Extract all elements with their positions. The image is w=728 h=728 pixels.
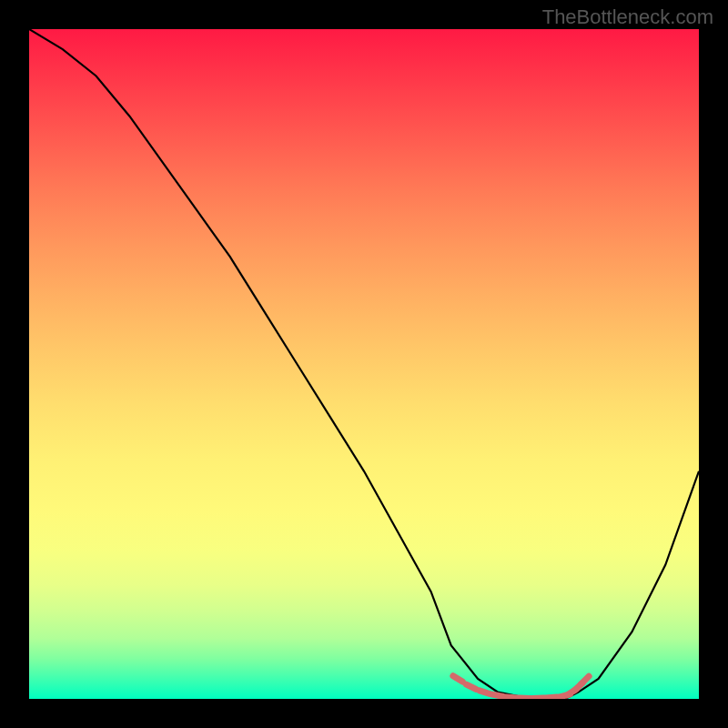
bottleneck-curve-path [29,29,699,699]
sweet-spot-tick [492,694,503,696]
sweet-spot-tick [546,697,557,698]
chart-svg [29,29,699,699]
sweet-spot-tick [466,684,476,689]
chart-plot-area [29,29,699,699]
sweet-spot-tick [506,697,517,698]
sweet-spot-tick [480,691,490,694]
watermark-text: TheBottleneck.com [542,5,713,29]
sweet-spot-tick [581,676,590,684]
sweet-spot-tick [453,676,462,682]
sweet-spot-dashes [453,676,589,699]
